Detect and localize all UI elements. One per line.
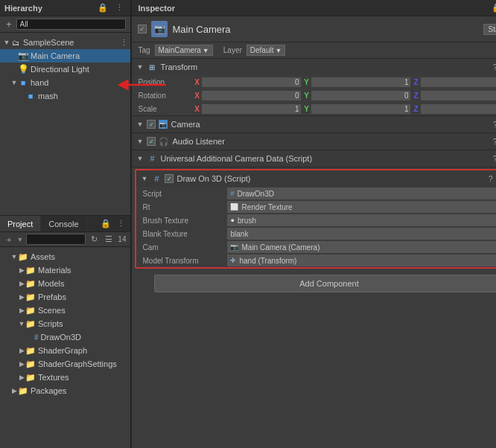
audio-active-check[interactable]: ✓ bbox=[147, 137, 156, 146]
scale-label: Scale bbox=[138, 105, 190, 113]
brush-circle-icon: ● bbox=[230, 217, 234, 224]
object-header: ✓ 📷 Main Camera Static ▼ bbox=[132, 16, 496, 42]
camera-help-btn[interactable]: ? bbox=[492, 121, 496, 129]
project-prefabs[interactable]: ▶ 📁 Prefabs bbox=[0, 290, 130, 304]
layer-dropdown[interactable]: Default ▼ bbox=[247, 45, 286, 56]
position-z-field: Z bbox=[412, 77, 496, 87]
universal-camera-header[interactable]: ▼ # Universal Additional Camera Data (Sc… bbox=[132, 150, 496, 167]
hierarchy-item-mash[interactable]: ■ mash bbox=[0, 89, 130, 103]
position-row: Position X Y Z bbox=[132, 75, 496, 89]
camera-component: ▼ ✓ 📷 Camera ? ⚙ ⋮ bbox=[132, 116, 496, 133]
project-models[interactable]: ▶ 📁 Models bbox=[0, 277, 130, 290]
rotation-z-input[interactable] bbox=[421, 91, 496, 100]
hierarchy-add-btn[interactable]: + bbox=[4, 19, 13, 30]
project-lock-btn[interactable]: 🔒 bbox=[98, 218, 113, 229]
object-active-checkbox[interactable]: ✓ bbox=[138, 25, 147, 33]
rotation-y-input[interactable] bbox=[311, 91, 410, 100]
hierarchy-item-directional-light[interactable]: 💡 Directional Light bbox=[0, 63, 130, 76]
script-file-icon: # bbox=[230, 190, 234, 197]
camera-header[interactable]: ▼ ✓ 📷 Camera ? ⚙ ⋮ bbox=[132, 116, 496, 132]
scene-root[interactable]: ▼ 🗂 SampleScene ⋮ bbox=[0, 36, 130, 49]
transform-help-btn[interactable]: ? bbox=[492, 63, 496, 71]
position-x-axis: X bbox=[193, 78, 200, 86]
tab-console[interactable]: Console bbox=[41, 216, 86, 231]
bottom-tabs: Project Console 🔒 ⋮ bbox=[0, 216, 130, 232]
project-add-btn[interactable]: + bbox=[4, 234, 13, 245]
shadergraph-folder-icon: 📁 bbox=[25, 346, 36, 356]
field-blank-value-box[interactable]: blank bbox=[227, 228, 496, 240]
drawon3d-help-btn[interactable]: ? bbox=[487, 175, 495, 183]
project-drawon3d[interactable]: # DrawOn3D bbox=[0, 330, 130, 344]
packages-label: Packages bbox=[31, 386, 66, 395]
field-model-transform-value-box[interactable]: ✛ hand (Transform) bbox=[227, 255, 496, 266]
materials-label: Materials bbox=[38, 266, 71, 275]
rt-texture-icon: ⬜ bbox=[230, 203, 238, 211]
hierarchy-lock-btn[interactable]: 🔒 bbox=[95, 2, 110, 13]
field-rt-value-box[interactable]: ⬜ Render Texture bbox=[227, 201, 496, 213]
project-search-input[interactable] bbox=[26, 234, 86, 245]
textures-label: Textures bbox=[38, 373, 69, 382]
static-button[interactable]: Static ▼ bbox=[483, 24, 496, 35]
project-scenes[interactable]: ▶ 📁 Scenes bbox=[0, 304, 130, 317]
position-x-input[interactable] bbox=[202, 77, 301, 87]
hierarchy-title: Hierarchy bbox=[4, 4, 42, 13]
project-shadergraph[interactable]: ▶ 📁 ShaderGraph bbox=[0, 344, 130, 357]
camera-active-check[interactable]: ✓ bbox=[147, 120, 156, 129]
field-model-transform-value: hand (Transform) bbox=[239, 257, 296, 265]
inspector-title: Inspector bbox=[138, 4, 175, 13]
drawon3d-icon: # bbox=[151, 173, 162, 184]
position-z-input[interactable] bbox=[421, 77, 496, 87]
audio-help-btn[interactable]: ? bbox=[492, 138, 496, 146]
hierarchy-menu-btn[interactable]: ⋮ bbox=[113, 2, 126, 13]
hierarchy-search-bar: + bbox=[0, 16, 130, 33]
filter-btn[interactable]: ☰ bbox=[103, 234, 115, 245]
scale-y-input[interactable] bbox=[311, 104, 410, 114]
scene-menu-btn[interactable]: ⋮ bbox=[118, 37, 130, 48]
universal-help-btn[interactable]: ? bbox=[492, 155, 496, 163]
transform-header[interactable]: ▼ ⊞ Transform ? ⚙ ⋮ bbox=[132, 59, 496, 75]
add-component-button[interactable]: Add Component bbox=[154, 275, 496, 292]
rotation-y-field: Y bbox=[302, 91, 410, 100]
project-scripts[interactable]: ▼ 📁 Scripts bbox=[0, 317, 130, 330]
field-cam-value-box[interactable]: 📷 Main Camera (Camera) bbox=[227, 241, 496, 253]
tab-project[interactable]: Project bbox=[0, 216, 41, 231]
audio-icon: 🎧 bbox=[159, 136, 169, 147]
hierarchy-item-main-camera[interactable]: 📷 Main Camera bbox=[0, 49, 130, 63]
refresh-btn[interactable]: ↻ bbox=[89, 234, 100, 245]
drawon3d-active-check[interactable]: ✓ bbox=[165, 174, 174, 183]
hand-cube-icon: ■ bbox=[18, 77, 28, 88]
field-brush-value-box[interactable]: ● brush bbox=[227, 214, 496, 226]
rotation-x-field: X bbox=[193, 91, 301, 100]
field-rt-label: Rt bbox=[142, 203, 224, 211]
scale-x-input[interactable] bbox=[202, 104, 301, 114]
rotation-x-input[interactable] bbox=[202, 91, 301, 100]
textures-folder-icon: 📁 bbox=[25, 373, 36, 383]
audio-listener-header[interactable]: ▼ ✓ 🎧 Audio Listener ? ⚙ ⋮ bbox=[132, 133, 496, 150]
inspector-content: ✓ 📷 Main Camera Static ▼ Tag MainCamera … bbox=[132, 16, 496, 448]
scenes-label: Scenes bbox=[38, 306, 66, 315]
scale-z-input[interactable] bbox=[421, 104, 496, 114]
hierarchy-item-hand[interactable]: ▼ ■ hand bbox=[0, 76, 130, 89]
bottom-panel: Project Console 🔒 ⋮ + ▼ ↻ ☰ 14 ▼ 📁 Asset… bbox=[0, 216, 130, 448]
universal-camera-name: Universal Additional Camera Data (Script… bbox=[160, 154, 488, 163]
project-packages[interactable]: ▶ 📁 Packages bbox=[0, 384, 130, 397]
transform-icon: ⊞ bbox=[147, 62, 157, 72]
hierarchy-header: Hierarchy 🔒 ⋮ bbox=[0, 0, 130, 16]
project-textures[interactable]: ▶ 📁 Textures bbox=[0, 371, 130, 384]
field-blank-value: blank bbox=[230, 230, 248, 238]
scale-z-field: Z bbox=[412, 104, 496, 114]
scale-z-axis: Z bbox=[412, 105, 419, 113]
layer-label: Layer bbox=[223, 46, 242, 54]
project-materials[interactable]: ▶ 📁 Materials bbox=[0, 263, 130, 277]
assets-label: Assets bbox=[31, 252, 55, 261]
project-assets[interactable]: ▼ 📁 Assets bbox=[0, 250, 130, 263]
inspector-lock-btn[interactable]: 🔒 bbox=[489, 2, 496, 13]
field-script-value-box[interactable]: # DrawOn3D bbox=[227, 188, 496, 199]
project-menu-btn[interactable]: ⋮ bbox=[115, 218, 127, 229]
tag-dropdown[interactable]: MainCamera ▼ bbox=[155, 45, 213, 56]
project-shadergraphsettings[interactable]: ▶ 📁 ShaderGraphSettings bbox=[0, 357, 130, 371]
drawon3d-name: Draw On 3D (Script) bbox=[177, 174, 483, 183]
draw-on-3d-header[interactable]: ▼ # ✓ Draw On 3D (Script) ? ⚙ ⋮ bbox=[136, 170, 496, 187]
position-y-input[interactable] bbox=[311, 77, 410, 87]
hierarchy-search-input[interactable] bbox=[16, 19, 127, 30]
